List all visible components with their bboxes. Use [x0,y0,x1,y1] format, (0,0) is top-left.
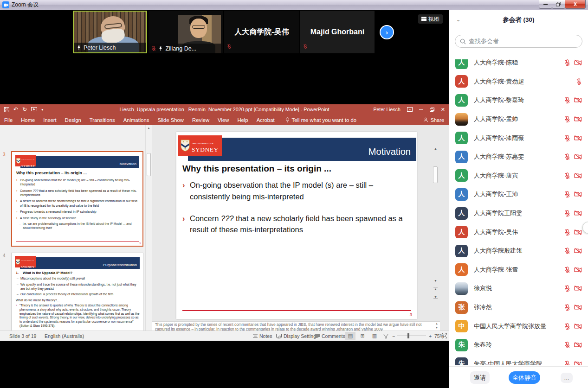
participant-row[interactable]: 朱朱春玲 [449,336,588,355]
participant-row[interactable]: 朱朱亮-中国人民大学商学院 [449,355,588,366]
ribbon-tab-file[interactable]: File [0,114,17,125]
previous-slide-button[interactable]: ▲ [433,287,438,291]
participant-row[interactable]: 人人大商学院-王沛 [449,185,588,204]
ribbon-tab-home[interactable]: Home [17,114,39,125]
participant-row[interactable]: 张张冷然 [449,298,588,317]
participant-row[interactable]: 中中国人民大学商学院张放量 [449,317,588,336]
restore-button[interactable] [552,0,565,9]
ribbon-tab-review[interactable]: Review [188,114,213,125]
video-tile[interactable]: Majid Ghorbani [300,11,375,53]
save-icon[interactable] [4,107,9,112]
next-slide-button[interactable]: ▼ [433,295,438,299]
participant-row[interactable]: 人人大商学院-黄劲超 [449,72,588,91]
participant-row[interactable]: 人人大商学院王阳雯 [449,204,588,223]
participant-row[interactable]: 人大商学院-孟帅 [449,110,588,129]
ppt-close-icon[interactable]: ✕ [441,107,445,113]
participant-row[interactable]: 人人大商学院-漆雨薇 [449,128,588,147]
close-button[interactable]: X [565,0,586,9]
ribbon-tab-insert[interactable]: Insert [39,114,60,125]
more-options-button[interactable]: ... [561,373,573,383]
redo-icon[interactable]: ↻ [22,106,27,113]
thumb-bullet: ›Concern ??? that a new scholarly field … [16,189,140,197]
zoom-out-button[interactable]: − [392,331,395,341]
next-participants-button[interactable]: › [380,25,394,39]
thumb-sub-bullet: -i.e. we are problematising assumptions … [16,222,140,230]
participant-row[interactable]: 人人大商学院-黎嘉琦 [449,91,588,110]
scroll-up-icon[interactable]: ▲ [146,125,152,131]
window-titlebar[interactable]: Zoom 会议 X [0,0,588,10]
zoom-in-button[interactable]: + [429,331,432,341]
display-settings-button[interactable]: Display Settings [276,331,318,341]
notes-scroll-up-icon[interactable]: ▲ [434,322,439,326]
participant-row[interactable]: 人人大商学院殷建瓴 [449,242,588,261]
mute-all-button[interactable]: 全体静音 [509,371,540,384]
view-button[interactable]: 视图 [418,14,443,24]
slide-bullets[interactable]: ›On-going observation that the IP model … [182,179,409,246]
participant-search-input[interactable]: 查找参会者 [455,35,582,48]
scrollbar-thumb[interactable] [147,153,151,176]
notes-toggle[interactable]: Notes [253,331,272,341]
ribbon-tab-slide-show[interactable]: Slide Show [154,114,188,125]
participant-row[interactable]: 人人大商学院-张雪 [449,261,588,280]
ppt-restore-icon[interactable] [430,108,434,112]
language-status[interactable]: English (Australia) [45,331,84,341]
tell-me-box[interactable]: Tell me what you want to do [285,117,356,123]
thumbnail-scrollbar[interactable]: ▲ [145,125,152,331]
participant-row[interactable]: 人人大商学院-唐寅 [449,166,588,185]
comments-button[interactable]: Comments [315,331,345,341]
minimize-button[interactable] [539,0,552,9]
slide-sorter-view-button[interactable]: ⊞ [357,332,368,340]
video-tile[interactable]: 人大商学院-吴伟 [224,11,299,53]
participant-row[interactable]: 人人大商学院-吴伟 [449,223,588,242]
notes-scroll-down-icon[interactable]: ▼ [434,326,439,330]
scroll-down-icon[interactable]: ▼ [432,279,439,282]
mic-muted-icon [564,247,570,254]
reading-view-button[interactable]: ▥ [369,332,380,340]
ribbon-tab-help[interactable]: Help [233,114,252,125]
avatar: 人 [455,263,468,276]
scrollbar-thumb[interactable] [433,166,438,183]
slide-page-number: 3 [139,242,141,245]
ribbon-tab-transitions[interactable]: Transitions [85,114,119,125]
slide-bullet[interactable]: ›Concern ??? that a new scholarly field … [182,213,409,236]
slide-3-thumbnail[interactable]: Motivation THE UNIVERSITY OFSYDNEY Why t… [11,151,143,247]
mic-muted-icon [564,115,570,123]
ribbon-tab-acrobat[interactable]: Acrobat [252,114,279,125]
participant-row[interactable]: 人人大商学院-陈稳 [449,59,588,72]
slide-4-thumbnail[interactable]: Purpose/contribution THE UNIVERSITY OFSY… [11,253,143,331]
ppt-minimize-icon[interactable] [419,109,423,110]
ppt-titlebar[interactable]: ↶ ↻ ▾ Liesch_Uppsala presentation _Renmi… [0,104,449,114]
camera-muted-icon [574,342,582,348]
normal-view-button[interactable]: ▤ [345,332,355,340]
mic-muted-icon [564,191,570,198]
zoom-slider-thumb[interactable] [407,333,409,338]
start-slideshow-icon[interactable] [31,107,37,112]
zoom-slider[interactable] [397,336,426,336]
slide-scrollbar[interactable]: ▲ ▼ ▲ ▼ [432,147,439,301]
participant-row[interactable]: 徐京悦 [449,279,588,298]
participant-row[interactable]: 人人大商学院-苏惠雯 [449,147,588,166]
undo-icon[interactable]: ↶ [13,106,18,113]
ppt-account-name[interactable]: Peter Liesch [373,107,400,112]
mic-muted-icon [564,134,570,142]
share-button[interactable]: Share [423,117,444,123]
ribbon-display-options-icon[interactable] [407,107,413,112]
slideshow-view-button[interactable] [381,332,391,340]
participant-list[interactable]: 人人大商学院-陈稳人人大商学院-黄劲超人人大商学院-黎嘉琦人大商学院-孟帅人人大… [449,59,588,365]
slide-bullet[interactable]: ›On-going observation that the IP model … [182,179,409,203]
invite-button[interactable]: 邀请 [470,371,490,384]
ribbon-tab-animations[interactable]: Animations [119,114,154,125]
scroll-up-icon[interactable]: ▲ [432,147,439,150]
video-tile[interactable]: Ziliang De... [149,11,223,53]
fit-slide-to-window-button[interactable] [442,331,447,341]
mic-muted-icon [576,78,582,85]
slide-thumbnail-panel[interactable]: 3 Motivation THE UNIVERSITY OFSYDNEY Why… [0,125,145,331]
qat-dropdown-caret-icon[interactable]: ▾ [41,108,43,112]
ribbon-tab-design[interactable]: Design [61,114,85,125]
ribbon-tab-view[interactable]: View [213,114,233,125]
mic-muted-icon [564,323,570,330]
main-slide[interactable]: Motivation THE UNIVERSITY OFSYDNEY Why t… [176,132,417,319]
notes-pane[interactable]: This paper is prompted by the series of … [152,321,440,331]
video-tile[interactable]: Peter Liesch [73,11,147,53]
slide-title[interactable]: Why this presentation – its origin ... [182,164,331,174]
